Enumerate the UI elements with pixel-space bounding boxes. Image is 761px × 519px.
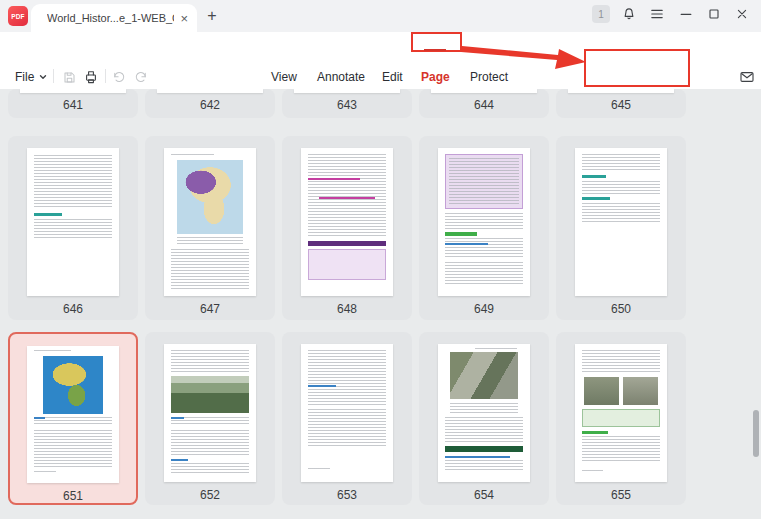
page-tile[interactable]: 645 (556, 89, 686, 118)
page-thumb (164, 148, 256, 296)
maximize-button[interactable] (706, 5, 722, 23)
page-tile[interactable]: 646 (8, 136, 138, 320)
page-thumb-cutoff (431, 89, 537, 93)
page-thumb (301, 148, 393, 296)
menu-protect[interactable]: Protect (470, 68, 508, 86)
tab-close-icon[interactable]: × (180, 12, 188, 25)
page-thumb (575, 148, 667, 296)
page-number-label: 652 (200, 488, 220, 502)
page-tile[interactable]: 654 (419, 332, 549, 505)
save-button[interactable] (62, 68, 77, 86)
page-tile[interactable]: 644 (419, 89, 549, 118)
page-thumb (438, 344, 530, 482)
file-menu[interactable]: File (15, 68, 49, 86)
thumbnail-grid: 6416426436446456466476486496506516526536… (0, 89, 761, 519)
page-tile[interactable]: 642 (145, 89, 275, 118)
page-tile[interactable]: 650 (556, 136, 686, 320)
document-tab[interactable]: World_Histor...e_1-WEB_Copy × (31, 4, 197, 32)
page-thumb-cutoff (568, 89, 674, 93)
page-tile[interactable]: 643 (282, 89, 412, 118)
page-thumb (575, 344, 667, 482)
page-tile[interactable]: 641 (8, 89, 138, 118)
page-number-label: 641 (63, 98, 83, 112)
redo-button[interactable] (134, 68, 149, 86)
page-number-label: 647 (200, 302, 220, 316)
title-bar: PDF World_Histor...e_1-WEB_Copy × + 1 (0, 0, 761, 32)
divider (105, 69, 106, 83)
page-number-label: 651 (63, 489, 83, 503)
page-tile[interactable]: 652 (145, 332, 275, 505)
page-number-label: 645 (611, 98, 631, 112)
page-thumb (438, 148, 530, 296)
annotation-underline-page (424, 49, 446, 51)
page-thumb (27, 148, 119, 296)
user-badge[interactable]: 1 (592, 5, 610, 23)
hamburger-menu-icon[interactable] (649, 5, 665, 23)
page-thumb-cutoff (157, 89, 263, 93)
page-thumb (301, 344, 393, 482)
page-tile[interactable]: 648 (282, 136, 412, 320)
page-thumb-cutoff (20, 89, 126, 93)
page-number-label: 642 (200, 98, 220, 112)
file-menu-label: File (15, 70, 34, 84)
close-button[interactable] (734, 5, 750, 23)
page-number-label: 648 (337, 302, 357, 316)
annotation-box-reverse-pages (584, 49, 690, 87)
app-window: PDF World_Histor...e_1-WEB_Copy × + 1 Fi… (0, 0, 761, 519)
page-number-label: 644 (474, 98, 494, 112)
vertical-scrollbar[interactable] (753, 410, 759, 457)
menu-page[interactable]: Page (421, 68, 450, 86)
page-number-label: 643 (337, 98, 357, 112)
page-number-label: 650 (611, 302, 631, 316)
pdf-app-icon: PDF (8, 6, 28, 26)
new-tab-button[interactable]: + (203, 6, 221, 26)
page-thumb (27, 346, 119, 483)
page-number-label: 653 (337, 488, 357, 502)
undo-button[interactable] (111, 68, 126, 86)
divider (53, 69, 54, 83)
chevron-down-icon (37, 71, 49, 83)
print-button[interactable] (83, 68, 99, 86)
page-tile[interactable]: 651 (8, 332, 138, 505)
notification-bell-icon[interactable] (621, 5, 637, 23)
menu-view[interactable]: View (271, 68, 297, 86)
page-number-label: 649 (474, 302, 494, 316)
minimize-button[interactable] (678, 5, 694, 23)
page-tile[interactable]: 653 (282, 332, 412, 505)
page-number-label: 655 (611, 488, 631, 502)
page-thumb (164, 344, 256, 482)
page-tile[interactable]: 649 (419, 136, 549, 320)
menu-edit[interactable]: Edit (382, 68, 403, 86)
page-tile[interactable]: 655 (556, 332, 686, 505)
page-thumb-cutoff (294, 89, 400, 93)
document-tab-title: World_Histor...e_1-WEB_Copy (47, 12, 174, 24)
page-number-label: 646 (63, 302, 83, 316)
menu-annotate[interactable]: Annotate (317, 68, 365, 86)
mail-icon[interactable] (739, 68, 755, 86)
page-number-label: 654 (474, 488, 494, 502)
page-tile[interactable]: 647 (145, 136, 275, 320)
